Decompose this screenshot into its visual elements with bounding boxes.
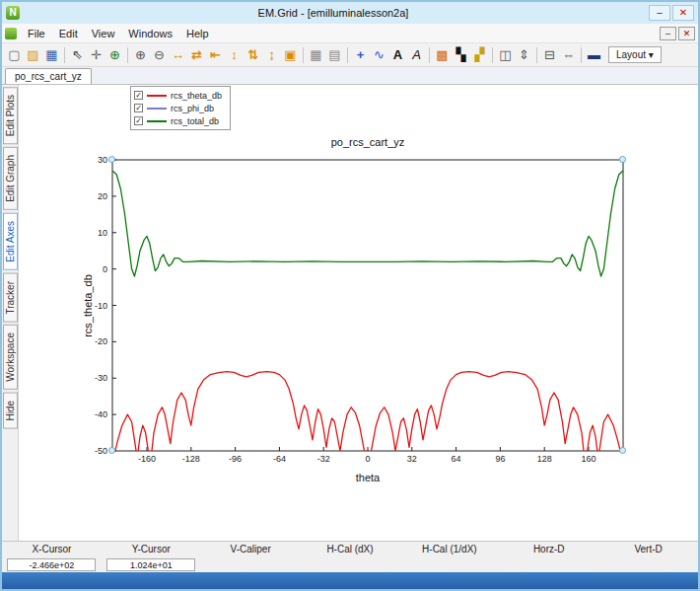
y-tick-label: 10 — [98, 228, 107, 238]
v-caliper-icon[interactable]: ◫ — [496, 45, 515, 64]
bottom-strip — [2, 572, 698, 589]
new-file-icon[interactable]: ▢ — [5, 45, 24, 64]
child-minimize-button[interactable]: – — [660, 27, 676, 40]
x-tick-label: -32 — [317, 454, 330, 464]
toolbar-separator — [536, 47, 537, 63]
legend-checkbox[interactable]: ✓ — [134, 116, 143, 125]
side-tab-edit-graph[interactable]: Edit Graph — [3, 147, 18, 210]
colormap-icon-3[interactable]: ▞ — [470, 45, 489, 64]
menu-edit[interactable]: Edit — [52, 26, 85, 41]
open-folder-icon[interactable]: ▨ — [24, 45, 42, 64]
zoom-out-icon[interactable]: ⊖ — [150, 45, 169, 64]
status-label-v-caliper: V-Caliper — [201, 544, 301, 554]
status-label-y-cursor: Y-Cursor — [102, 544, 201, 554]
save-icon[interactable]: ▦ — [42, 45, 61, 64]
status-label-h-cal-dx: H-Cal (dX) — [301, 544, 400, 554]
fit-all-icon[interactable]: ▣ — [281, 45, 300, 64]
h-expand-icon[interactable]: ↔ — [169, 45, 187, 64]
menu-view[interactable]: View — [85, 26, 122, 41]
window-title: EM.Grid - [emilluminalesson2a] — [20, 7, 647, 19]
v-shrink-icon[interactable]: ⇅ — [244, 45, 262, 64]
zoom-in-icon[interactable]: ⊕ — [131, 45, 150, 64]
menu-windows[interactable]: Windows — [121, 26, 179, 41]
x-tick-label: 128 — [537, 454, 552, 464]
status-value-y-cursor: 1.024e+01 — [102, 558, 201, 571]
zoom-window-icon[interactable]: ⊕ — [105, 45, 124, 64]
x-tick-label: -128 — [182, 454, 200, 464]
layout-button[interactable]: Layout ▾ — [608, 46, 662, 63]
y-tick-label: 0 — [103, 264, 107, 274]
line-style-swatch[interactable]: ▬ — [585, 45, 603, 64]
x-tick-label: 160 — [581, 454, 595, 464]
curve-rcs_total_db[interactable] — [112, 171, 623, 276]
v-fit-icon[interactable]: ↨ — [262, 45, 281, 64]
select-pointer-icon[interactable]: ⇖ — [68, 45, 87, 64]
legend-line-sample — [147, 108, 167, 110]
menu-items: FileEditViewWindowsHelp — [21, 26, 216, 41]
toolbar-separator — [429, 47, 430, 63]
legend-label: rcs_phi_db — [171, 104, 214, 113]
status-value-box: -2.466e+02 — [7, 558, 96, 571]
status-label-horz-d: Horz-D — [499, 544, 598, 554]
legend-row-rcs-total-db: ✓rcs_total_db — [134, 114, 222, 127]
legend-row-rcs-phi-db: ✓rcs_phi_db — [134, 102, 222, 114]
mdi-controls: – ✕ — [658, 27, 695, 40]
plot-area[interactable]: ✓rcs_theta_db✓rcs_phi_db✓rcs_total_db po… — [19, 85, 698, 541]
side-tab-hide[interactable]: Hide — [3, 393, 18, 429]
plot-canvas[interactable]: -160-128-96-64-3203264961281603020100-10… — [71, 148, 663, 480]
app-icon: N — [6, 6, 20, 20]
v-expand-icon[interactable]: ↕ — [225, 45, 244, 64]
toolbar-separator — [127, 47, 128, 63]
legend-label: rcs_total_db — [171, 116, 219, 126]
colormap-icon-1[interactable]: ▩ — [433, 45, 452, 64]
pan-hand-icon[interactable]: ✛ — [87, 45, 105, 64]
x-tick-label: 96 — [495, 454, 505, 464]
v-marker-icon[interactable]: ⇕ — [515, 45, 533, 64]
legend-checkbox[interactable]: ✓ — [134, 91, 143, 100]
y-tick-label: -40 — [95, 409, 107, 419]
close-button[interactable]: ✕ — [672, 5, 694, 21]
tab-po-rcs-cart-yz[interactable]: po_rcs_cart_yz — [5, 68, 92, 84]
side-tab-edit-axes[interactable]: Edit Axes — [3, 213, 18, 270]
legend-checkbox[interactable]: ✓ — [134, 104, 143, 112]
status-value-box: 1.024e+01 — [106, 558, 195, 571]
status-bar: X-CursorY-CursorV-CaliperH-Cal (dX)H-Cal… — [2, 541, 698, 572]
toolbar-separator — [347, 47, 348, 63]
text-italic-icon[interactable]: A — [407, 45, 426, 64]
legend-line-sample — [147, 120, 167, 122]
status-value-x-cursor: -2.466e+02 — [2, 558, 102, 571]
title-bar: N EM.Grid - [emilluminalesson2a] – ✕ — [2, 2, 698, 24]
toolbar: ▢▨▦⇖✛⊕⊕⊖↔⇄⇤↕⇅↨▣▦▤+∿AA▩▚▞◫⇕⊟⇔▬Layout ▾ — [2, 43, 698, 67]
grid-toggle-icon[interactable]: ▦ — [307, 45, 325, 64]
x-tick-label: 32 — [407, 454, 417, 464]
side-tab-workspace[interactable]: Workspace — [3, 325, 18, 390]
h-shrink-icon[interactable]: ⇄ — [187, 45, 206, 64]
x-tick-label: -160 — [138, 454, 156, 464]
menu-file[interactable]: File — [21, 26, 52, 41]
h-marker-icon[interactable]: ⇔ — [559, 45, 578, 64]
cross-cursor-icon[interactable]: + — [351, 45, 370, 64]
side-tab-edit-plots[interactable]: Edit Plots — [3, 87, 18, 144]
h-caliper-icon[interactable]: ⊟ — [540, 45, 559, 64]
x-tick-label: 0 — [365, 454, 370, 464]
toolbar-separator — [64, 47, 65, 63]
plot-resize-handle-bottom-right[interactable] — [619, 447, 626, 454]
legend-toggle-icon[interactable]: ▤ — [325, 45, 344, 64]
minimize-button[interactable]: – — [649, 5, 670, 21]
plot-resize-handle-top-left[interactable] — [108, 156, 115, 163]
side-tab-tracker[interactable]: Tracker — [3, 273, 18, 323]
curve-tracker-icon[interactable]: ∿ — [370, 45, 388, 64]
plot-resize-handle-bottom-left[interactable] — [108, 447, 115, 454]
menu-bar: FileEditViewWindowsHelp – ✕ — [2, 24, 698, 43]
child-close-button[interactable]: ✕ — [678, 27, 695, 40]
menu-help[interactable]: Help — [179, 26, 216, 41]
legend-row-rcs-theta-db: ✓rcs_theta_db — [134, 89, 222, 102]
colormap-icon-2[interactable]: ▚ — [452, 45, 470, 64]
status-label-x-cursor: X-Cursor — [2, 544, 102, 554]
h-fit-icon[interactable]: ⇤ — [206, 45, 225, 64]
text-label-icon[interactable]: A — [388, 45, 407, 64]
plot-resize-handle-top-right[interactable] — [619, 156, 626, 163]
y-tick-label: -20 — [95, 336, 107, 346]
side-tab-strip: Edit PlotsEdit GraphEdit AxesTrackerWork… — [2, 85, 19, 541]
legend-line-sample — [147, 95, 167, 97]
